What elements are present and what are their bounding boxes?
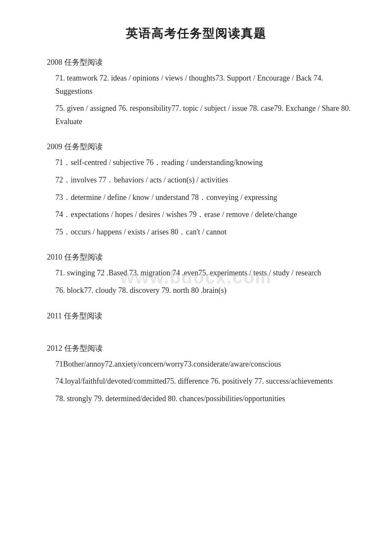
section-section-2012-para-0: 71Bother/annoy72.anxiety/concern/worry73… <box>34 358 358 371</box>
section-section-2008-para-0: 71. teamwork 72. ideas / opinions / view… <box>34 72 358 98</box>
section-heading-section-2012: 2012 任务型阅读 <box>34 343 358 353</box>
section-section-2010-para-1: 76. block77. cloudy 78. discovery 79. no… <box>34 284 358 297</box>
section-section-2012-para-1: 74.loyal/faithful/devoted/committed75. d… <box>34 375 358 388</box>
section-heading-section-2008: 2008 任务型阅读 <box>34 57 358 67</box>
section-heading-section-2011: 2011 任务型阅读 <box>34 311 358 321</box>
section-section-2009-para-3: 74．expectations / hopes / desires / wish… <box>34 208 358 221</box>
section-section-2010-para-0: 71. swinging 72 .Based 73. migration 74 … <box>34 266 358 280</box>
section-heading-section-2009: 2009 任务型阅读 <box>34 142 358 152</box>
section-section-2009-para-4: 75．occurs / happens / exists / arises 80… <box>34 225 358 239</box>
page-title: 英语高考任务型阅读真题 <box>34 26 358 42</box>
section-section-2008-para-1: 75. given / assigned 76. responsibility7… <box>34 102 358 128</box>
section-section-2012-para-2: 78. strongly 79. determined/decided 80. … <box>34 392 358 405</box>
section-section-2009-para-0: 71．self-centred / subjective 76．reading … <box>34 156 358 169</box>
section-section-2009-para-1: 72．involves 77．behaviors / acts / action… <box>34 173 358 187</box>
sections-container: 2008 任务型阅读71. teamwork 72. ideas / opini… <box>34 57 358 405</box>
section-heading-section-2010: 2010 任务型阅读 <box>34 252 358 262</box>
section-section-2009-para-2: 73．determine / define / know / understan… <box>34 191 358 204</box>
